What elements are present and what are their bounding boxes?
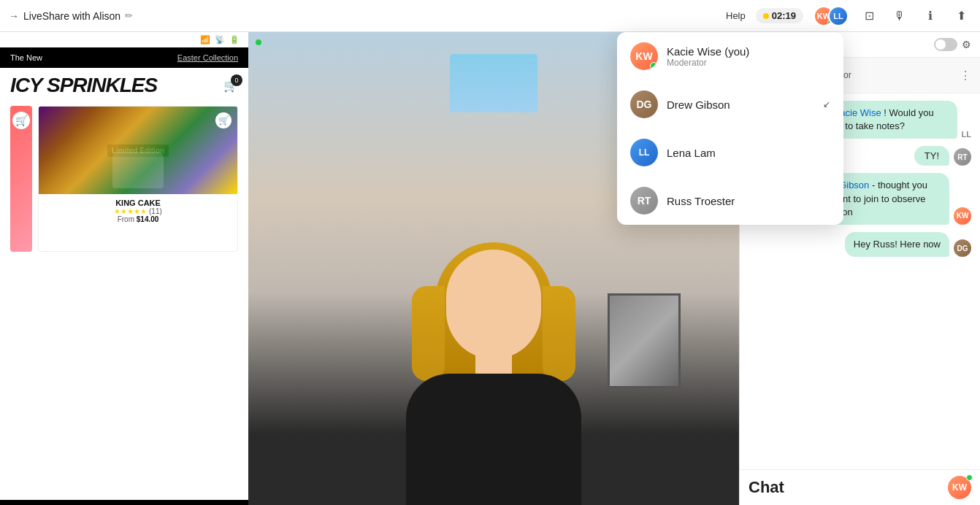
participant-avatar-lena: LL (630, 139, 658, 166)
chat-tab-avatar: KW (948, 476, 971, 499)
sender-rt: RT (954, 148, 971, 166)
share-icon[interactable]: ⬆ (951, 6, 971, 26)
participant-name-lena: Lena Lam (667, 147, 830, 159)
product-grid: 🛒 Limited Edition 🛒 (0, 100, 248, 258)
participant-name-russ: Russ Troester (667, 195, 830, 207)
chat-bubble-4: Hey Russ! Here now (845, 232, 949, 257)
participant-item-lena[interactable]: LL Lena Lam (617, 128, 843, 177)
product-image: Limited Edition 🛒 (39, 107, 237, 194)
left-panel: 📶 📡 🔋 The New Easter Collection ICY SPRI… (0, 32, 248, 505)
website-content: The New Easter Collection ICY SPRINKLES … (0, 47, 248, 500)
sender-dg: DG (954, 239, 971, 257)
participant-info-lena: Lena Lam (667, 147, 830, 159)
nav-prefix: The New (10, 53, 42, 62)
participant-role-kacie: Moderator (667, 58, 830, 68)
audio-icon[interactable]: 🎙 (889, 6, 910, 26)
battery-icon: 🔋 (229, 35, 240, 45)
filter-icon[interactable]: ⚙ (962, 39, 971, 50)
participant-item-russ[interactable]: RT Russ Troester (617, 177, 843, 225)
back-button[interactable]: → (9, 10, 19, 22)
participant-info-drew: Drew Gibson (667, 99, 814, 111)
toggle-knob (935, 39, 946, 50)
help-button[interactable]: Help (726, 10, 746, 21)
top-bar: → LiveShare with Alison ✏ Help 02:19 KW … (0, 0, 980, 32)
chat-tab-area: Chat KW (740, 469, 980, 505)
wall-painting (608, 293, 681, 388)
participant-name-kacie: Kacie Wise (you) (667, 45, 830, 58)
wifi-icon: 📡 (215, 35, 225, 45)
more-options-button[interactable]: ⋮ (960, 69, 971, 82)
session-title: LiveShare with Alison (23, 10, 120, 22)
cart-icon[interactable]: 🛒 0 (223, 79, 238, 93)
cursor-indicator: ↙ (823, 99, 830, 109)
recording-indicator (256, 39, 261, 45)
participant-item-kacie[interactable]: KW Kacie Wise (you) Moderator (617, 32, 843, 80)
cart-badge: 0 (231, 74, 242, 86)
phone-status-bar: 📶 📡 🔋 (0, 32, 248, 47)
product-name: KING CAKE (43, 198, 233, 207)
timer-badge: 02:19 (756, 8, 803, 23)
timer-value: 02:19 (772, 10, 796, 21)
ty-bubble: TY! (914, 146, 949, 166)
sender-kw: KW (954, 207, 971, 225)
participant-avatar-russ: RT (630, 187, 658, 215)
website-nav: The New Easter Collection (0, 47, 248, 68)
signal-icon: 📶 (200, 35, 210, 45)
feed-toggle[interactable] (934, 38, 957, 51)
participants-dropdown: KW Kacie Wise (you) Moderator DG Drew Gi… (617, 32, 843, 225)
top-bar-right: Help 02:19 KW LL ⊡ 🎙 ℹ ⬆ (726, 6, 971, 26)
participant-avatar-kacie: KW (630, 42, 658, 70)
timer-dot (763, 13, 769, 19)
skylight (450, 54, 537, 112)
nav-link[interactable]: Easter Collection (177, 53, 238, 62)
participant-item-drew[interactable]: DG Drew Gibson ↙ (617, 80, 843, 128)
product-card[interactable]: Limited Edition 🛒 KING CAKE ★★★★★ (11) F… (38, 106, 238, 252)
participant-avatars[interactable]: KW LL (814, 6, 849, 26)
product-info: KING CAKE ★★★★★ (11) From $14.00 (39, 194, 237, 228)
top-bar-left: → LiveShare with Alison ✏ (9, 10, 726, 22)
chat-avatar-dot (966, 474, 973, 481)
sender-ll: LL (962, 130, 971, 139)
toggle-wrap: ⚙ (934, 38, 971, 51)
product-rating: ★★★★★ (11) (43, 207, 233, 215)
brand-name: ICY SPRINKLES (10, 74, 157, 97)
edit-icon[interactable]: ✏ (125, 10, 133, 21)
info-icon[interactable]: ℹ (920, 6, 941, 26)
online-dot (650, 62, 657, 69)
participant-avatar-drew: DG (630, 90, 658, 118)
avatar-ll[interactable]: LL (828, 6, 849, 26)
participant-name-drew: Drew Gibson (667, 99, 814, 111)
participant-info-kacie: Kacie Wise (you) Moderator (667, 45, 830, 68)
product-price: From $14.00 (43, 215, 233, 223)
chat-tab-label[interactable]: Chat (749, 478, 784, 497)
brand-header: ICY SPRINKLES 🛒 0 (0, 68, 248, 100)
participant-info-russ: Russ Troester (667, 195, 830, 207)
screen-share-icon[interactable]: ⊡ (859, 6, 879, 26)
message-text-4: Hey Russ! Here now (854, 239, 941, 250)
chat-message-4: Hey Russ! Here now DG (749, 232, 971, 257)
